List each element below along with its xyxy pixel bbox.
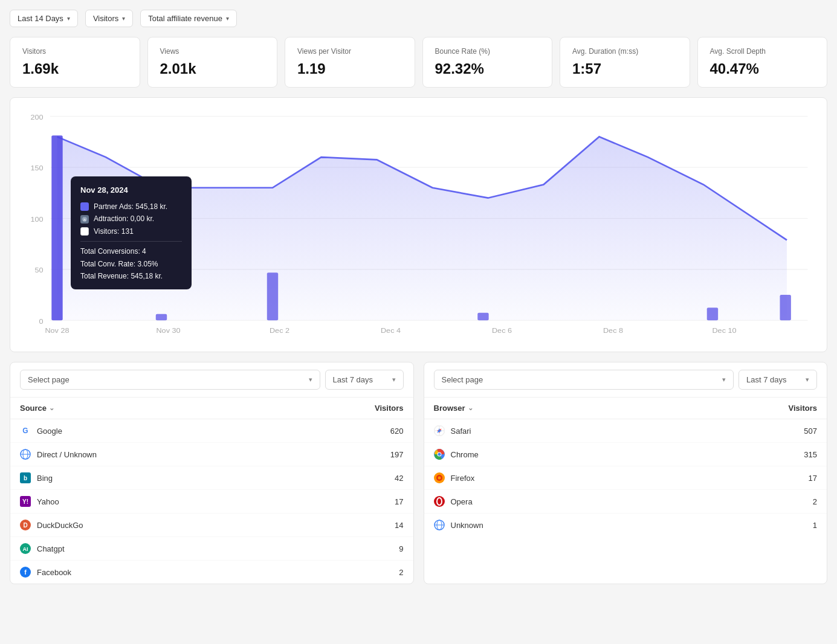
stat-value-visitors: 1.69k bbox=[22, 60, 128, 77]
visitors-direct: 197 bbox=[390, 450, 404, 459]
stat-card-duration: Avg. Duration (m:ss) 1:57 bbox=[560, 37, 690, 88]
stat-value-duration: 1:57 bbox=[572, 60, 677, 77]
stat-card-scroll: Avg. Scroll Depth 40.47% bbox=[697, 37, 828, 88]
stat-cards: Visitors 1.69k Views 2.01k Views per Vis… bbox=[10, 37, 827, 88]
browser-panel: Select page ▾ Last 7 days ▾ Browser ⌄ Vi… bbox=[424, 362, 828, 584]
svg-text:D: D bbox=[23, 522, 27, 529]
source-cell-bing: b Bing bbox=[20, 472, 53, 483]
svg-text:G: G bbox=[22, 427, 28, 435]
visitors-safari: 507 bbox=[804, 427, 817, 436]
visitors-yahoo: 17 bbox=[395, 497, 403, 506]
chart-container: 200 150 100 50 0 bbox=[10, 97, 827, 352]
source-name-google: Google bbox=[37, 427, 62, 436]
visitors-bing: 42 bbox=[395, 474, 403, 483]
svg-text:Dec 8: Dec 8 bbox=[603, 327, 623, 335]
stat-card-views: Views 2.01k bbox=[147, 37, 278, 88]
source-cell-facebook: f Facebook bbox=[20, 567, 71, 578]
facebook-icon: f bbox=[20, 567, 31, 578]
globe-icon bbox=[20, 449, 31, 460]
stat-value-bounce: 92.32% bbox=[435, 60, 540, 77]
svg-text:50: 50 bbox=[34, 266, 43, 274]
browser-cell-unknown: Unknown bbox=[434, 520, 483, 530]
source-sort-icon[interactable]: ⌄ bbox=[49, 404, 54, 412]
source-panel: Select page ▾ Last 7 days ▾ Source ⌄ Vis… bbox=[10, 362, 414, 584]
table-row: AI Chatgpt 9 bbox=[10, 537, 413, 561]
svg-text:AI: AI bbox=[23, 546, 28, 552]
browser-select-page[interactable]: Select page ▾ bbox=[434, 370, 734, 390]
source-cell-duckduckgo: D DuckDuckGo bbox=[20, 520, 83, 530]
svg-text:Nov 30: Nov 30 bbox=[156, 327, 180, 335]
svg-text:0: 0 bbox=[39, 317, 43, 325]
visitors-chrome: 315 bbox=[804, 450, 817, 459]
browser-table-header: Browser ⌄ Visitors bbox=[424, 398, 827, 419]
browser-time-period[interactable]: Last 7 days ▾ bbox=[738, 370, 817, 390]
chart-inner: 200 150 100 50 0 bbox=[22, 110, 815, 340]
source-name-bing: Bing bbox=[37, 474, 53, 483]
duckduckgo-icon: D bbox=[20, 520, 31, 530]
stat-label-duration: Avg. Duration (m:ss) bbox=[572, 47, 677, 56]
browser-panel-header: Select page ▾ Last 7 days ▾ bbox=[424, 362, 827, 398]
table-row: f Facebook 2 bbox=[10, 561, 413, 584]
stat-value-views: 2.01k bbox=[160, 60, 265, 77]
svg-rect-13 bbox=[477, 313, 488, 321]
source-name-chatgpt: Chatgpt bbox=[37, 544, 65, 553]
stat-label-visitors: Visitors bbox=[22, 47, 128, 56]
svg-text:Dec 10: Dec 10 bbox=[712, 327, 736, 335]
safari-icon bbox=[434, 425, 445, 436]
stat-card-views-per-visitor: Views per Visitor 1.19 bbox=[285, 37, 415, 88]
browser-name-opera: Opera bbox=[451, 497, 473, 506]
source-col-header: Source ⌄ bbox=[20, 404, 54, 413]
date-range-label: Last 14 Days bbox=[18, 14, 63, 23]
stat-label-scroll: Avg. Scroll Depth bbox=[710, 47, 815, 56]
svg-rect-12 bbox=[267, 272, 278, 320]
revenue-filter[interactable]: Total affiliate revenue ▾ bbox=[140, 10, 237, 27]
source-panel-header: Select page ▾ Last 7 days ▾ bbox=[10, 362, 413, 398]
chrome-icon bbox=[434, 449, 445, 460]
source-table-header: Source ⌄ Visitors bbox=[10, 398, 413, 419]
source-cell-yahoo: Y! Yahoo bbox=[20, 496, 59, 507]
source-select-page-label: Select page bbox=[28, 375, 69, 384]
source-header-label: Source bbox=[20, 404, 47, 413]
date-range-filter[interactable]: Last 14 Days ▾ bbox=[10, 10, 78, 27]
table-row: Safari 507 bbox=[424, 419, 827, 443]
yahoo-icon: Y! bbox=[20, 496, 31, 507]
browser-cell-safari: Safari bbox=[434, 425, 471, 436]
browser-name-firefox: Firefox bbox=[451, 474, 475, 483]
browser-select-chevron: ▾ bbox=[722, 376, 726, 384]
unknown-browser-icon bbox=[434, 520, 445, 530]
svg-text:Dec 6: Dec 6 bbox=[492, 327, 512, 335]
source-time-period[interactable]: Last 7 days ▾ bbox=[325, 370, 404, 390]
source-time-label: Last 7 days bbox=[333, 375, 373, 384]
browser-sort-icon[interactable]: ⌄ bbox=[468, 404, 473, 412]
source-select-page[interactable]: Select page ▾ bbox=[20, 370, 320, 390]
chart-svg: 200 150 100 50 0 bbox=[22, 110, 815, 340]
browser-name-safari: Safari bbox=[451, 427, 471, 436]
visitors-opera: 2 bbox=[813, 497, 817, 506]
google-icon: G bbox=[20, 425, 31, 436]
browser-col-header: Browser ⌄ bbox=[434, 404, 473, 413]
chatgpt-icon: AI bbox=[20, 543, 31, 554]
opera-icon bbox=[434, 496, 445, 507]
browser-cell-opera: Opera bbox=[434, 496, 473, 507]
svg-text:Y!: Y! bbox=[22, 498, 28, 505]
table-row: b Bing 42 bbox=[10, 466, 413, 490]
stat-value-scroll: 40.47% bbox=[710, 60, 815, 77]
browser-cell-chrome: Chrome bbox=[434, 449, 479, 460]
stat-card-visitors: Visitors 1.69k bbox=[10, 37, 140, 88]
top-bar: Last 14 Days ▾ Visitors ▾ Total affiliat… bbox=[10, 10, 827, 27]
date-range-chevron: ▾ bbox=[67, 15, 70, 22]
svg-rect-10 bbox=[51, 135, 62, 320]
svg-rect-11 bbox=[156, 314, 167, 321]
revenue-chevron: ▾ bbox=[226, 15, 229, 22]
visitors-chevron: ▾ bbox=[122, 15, 125, 22]
svg-text:Dec 2: Dec 2 bbox=[270, 327, 289, 335]
visitors-google: 620 bbox=[390, 427, 404, 436]
stat-label-bounce: Bounce Rate (%) bbox=[435, 47, 540, 56]
svg-rect-14 bbox=[707, 308, 718, 320]
source-select-chevron: ▾ bbox=[309, 376, 312, 384]
browser-select-page-label: Select page bbox=[442, 375, 483, 384]
revenue-label: Total affiliate revenue bbox=[148, 14, 222, 23]
table-row: Unknown 1 bbox=[424, 514, 827, 536]
visitors-filter[interactable]: Visitors ▾ bbox=[85, 10, 133, 27]
table-row: Opera 2 bbox=[424, 490, 827, 514]
